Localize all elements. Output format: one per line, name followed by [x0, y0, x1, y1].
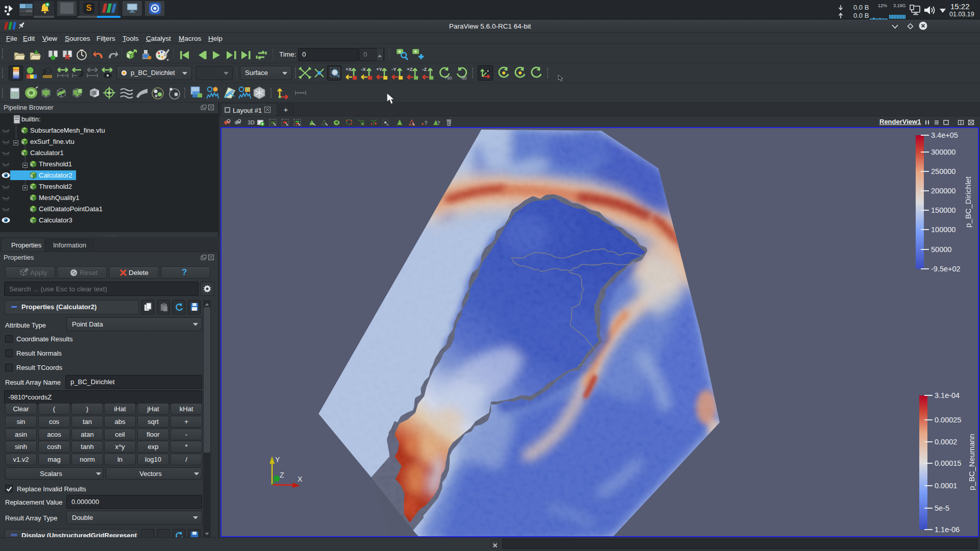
svg-text:X: X: [298, 475, 303, 483]
svg-text:+X: +X: [346, 66, 352, 72]
svg-text:Y: Y: [275, 456, 280, 464]
svg-text:-Z: -Z: [422, 66, 427, 72]
svg-text:+Z: +Z: [407, 66, 413, 72]
svg-text:-90: -90: [460, 76, 467, 80]
svg-text:+90: +90: [445, 76, 452, 80]
svg-text:?: ?: [424, 120, 428, 126]
svg-text:-Y: -Y: [391, 66, 397, 72]
svg-text:3D: 3D: [248, 119, 255, 126]
svg-text:Z: Z: [280, 471, 284, 479]
svg-text:+Y: +Y: [376, 66, 383, 72]
svg-text:-X: -X: [361, 66, 366, 72]
svg-text:?: ?: [437, 120, 440, 126]
